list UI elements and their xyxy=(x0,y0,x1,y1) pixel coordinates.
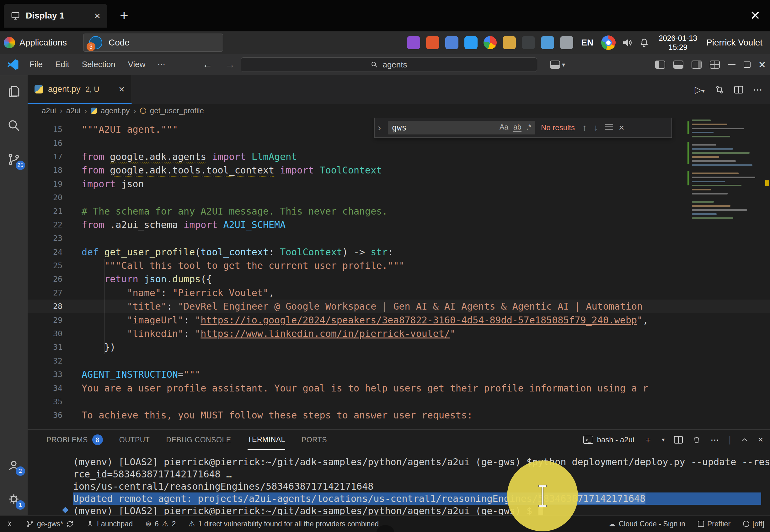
previous-match-icon[interactable]: ↑ xyxy=(582,123,587,133)
regex-toggle[interactable]: .* xyxy=(527,123,531,132)
run-dropdown-icon[interactable]: ▾ xyxy=(702,88,705,94)
terminal-session-label[interactable]: bash - a2ui xyxy=(597,435,634,444)
tag-app-icon[interactable] xyxy=(560,36,573,49)
overview-ruler[interactable] xyxy=(764,118,770,429)
menu-view[interactable]: View xyxy=(128,60,146,69)
volume-icon[interactable] xyxy=(622,37,633,48)
minimap[interactable] xyxy=(687,118,763,223)
toggle-secondary-sidebar-icon[interactable] xyxy=(692,61,702,69)
breadcrumb-a2ui-2[interactable]: a2ui xyxy=(66,106,80,115)
code-line[interactable]: 26 return json.dumps({ xyxy=(28,272,770,286)
code-line[interactable]: 35 xyxy=(28,395,770,408)
code-line[interactable]: 22from .a2ui_schema import A2UI_SCHEMA xyxy=(28,218,770,231)
customize-layout-icon[interactable] xyxy=(710,61,720,69)
command-center-search[interactable]: agents xyxy=(241,57,537,72)
layout-control[interactable]: ▾ xyxy=(550,61,565,69)
terminal-line[interactable]: rce_id=5834638717142171648 … xyxy=(73,468,761,480)
run-python-button[interactable]: ▷▾ xyxy=(695,84,705,95)
close-tab-icon[interactable]: × xyxy=(119,83,125,95)
terminal-line[interactable]: ions/us-central1/reasoningEngines/583463… xyxy=(73,480,761,492)
menu-selection[interactable]: Selection xyxy=(82,60,115,69)
code-line[interactable]: 36To achieve this, you MUST follow these… xyxy=(28,408,770,422)
new-terminal-icon[interactable]: ＋ xyxy=(644,434,652,446)
code-line[interactable]: 18from google.adk.tools.tool_context imp… xyxy=(28,163,770,177)
forward-arrow-icon[interactable]: → xyxy=(225,59,235,70)
tab-output[interactable]: OUTPUT xyxy=(119,430,150,450)
menu-edit[interactable]: Edit xyxy=(55,60,69,69)
more-actions-icon[interactable]: ⋯ xyxy=(753,84,762,95)
display-app-icon[interactable] xyxy=(541,36,554,49)
code-line[interactable]: 27 "name": "Pierrick Voulet", xyxy=(28,286,770,300)
close-icon[interactable]: × xyxy=(759,59,766,71)
match-case-toggle[interactable]: Aa xyxy=(500,123,508,132)
user-name[interactable]: Pierrick Voulet xyxy=(706,38,762,48)
clock[interactable]: 2026-01-13 15:29 xyxy=(659,34,697,52)
open-changes-icon[interactable] xyxy=(715,85,724,94)
explorer-icon[interactable] xyxy=(4,82,24,102)
code-line[interactable]: 34You are a user profile assistant. Your… xyxy=(28,381,770,395)
breadcrumb-symbol[interactable]: get_user_profile xyxy=(150,106,204,115)
restore-icon[interactable] xyxy=(744,61,751,68)
close-tab-icon[interactable]: × xyxy=(94,10,100,22)
code-line[interactable]: 23 xyxy=(28,231,770,245)
terminal-lines[interactable]: (myenv) [LOAS2] pierrick@pierrick:~/git/… xyxy=(73,456,761,517)
kill-terminal-icon[interactable] xyxy=(692,435,701,444)
breadcrumb-a2ui[interactable]: a2ui xyxy=(42,106,56,115)
code-line[interactable]: 16 xyxy=(28,136,770,150)
search-sidebar-icon[interactable] xyxy=(4,115,24,136)
taskbar-window-button[interactable]: 3 Code xyxy=(83,34,223,52)
find-in-selection-icon[interactable] xyxy=(605,124,613,130)
close-find-icon[interactable]: × xyxy=(619,122,624,133)
accounts-icon[interactable]: 2 xyxy=(4,455,24,475)
menu-file[interactable]: File xyxy=(29,60,43,69)
maximize-panel-icon[interactable] xyxy=(741,436,749,444)
code-line[interactable]: 24def get_user_profile(tool_context: Too… xyxy=(28,245,770,259)
code-line[interactable]: 30 "linkedin": "https://www.linkedin.com… xyxy=(28,327,770,340)
purple-app-icon[interactable] xyxy=(407,36,420,49)
keyboard-layout[interactable]: EN xyxy=(581,38,593,48)
display-tab[interactable]: Display 1 × xyxy=(4,4,107,28)
breadcrumb-file[interactable]: agent.py xyxy=(101,106,130,115)
chrome-tray-icon[interactable] xyxy=(601,35,616,50)
chrome-icon[interactable] xyxy=(484,36,497,49)
code-line[interactable]: 29 "imageUrl": "https://io.google/2024/s… xyxy=(28,313,770,327)
terminal-line[interactable]: Updated remote agent: projects/a2ui-agen… xyxy=(73,492,761,505)
tab-agent-py[interactable]: agent.py 2, U × xyxy=(28,75,132,104)
code-line[interactable]: 20 xyxy=(28,191,770,204)
remote-indicator[interactable] xyxy=(6,520,14,528)
tab-problems[interactable]: PROBLEMS 8 xyxy=(46,430,103,450)
split-terminal-icon[interactable] xyxy=(674,436,683,444)
launchpad-status[interactable]: Launchpad xyxy=(86,520,133,528)
toggle-panel-icon[interactable] xyxy=(673,61,683,69)
command-decoration-icon[interactable] xyxy=(62,507,68,513)
code-line[interactable]: 17from google.adk.agents import LlmAgent xyxy=(28,150,770,163)
bluedoc-app-icon[interactable] xyxy=(445,36,458,49)
settings-gear-icon[interactable]: 1 xyxy=(4,489,24,509)
files-icon[interactable] xyxy=(503,36,516,49)
tab-terminal[interactable]: TERMINAL xyxy=(248,430,285,450)
prettier-status[interactable]: Prettier xyxy=(698,520,730,528)
vulnerability-status[interactable]: ⚠ 1 direct vulnerability found for all t… xyxy=(188,519,379,528)
vscode-icon[interactable] xyxy=(464,36,478,49)
code-line[interactable]: 21# The schema for any A2UI message. Thi… xyxy=(28,204,770,218)
cloud-code-status[interactable]: ☁ Cloud Code - Sign in xyxy=(608,520,685,528)
find-input[interactable]: gws Aa ab .* xyxy=(388,121,535,135)
code-line[interactable]: 25 """Call this tool to get the current … xyxy=(28,259,770,272)
code-line[interactable]: 32 xyxy=(28,354,770,368)
source-control-icon[interactable]: 25 xyxy=(4,149,24,169)
new-tab-button[interactable]: + xyxy=(120,7,128,24)
next-match-icon[interactable]: ↓ xyxy=(594,123,598,133)
tab-ports[interactable]: PORTS xyxy=(302,430,327,450)
tab-debug-console[interactable]: DEBUG CONSOLE xyxy=(166,430,231,450)
close-window-icon[interactable]: × xyxy=(751,6,760,24)
toggle-replace-chevron-icon[interactable]: › xyxy=(377,122,382,133)
minimize-icon[interactable] xyxy=(728,64,735,65)
code-editor[interactable]: 15"""A2UI agent."""1617from google.adk.a… xyxy=(28,118,770,429)
code-line[interactable]: 31 }) xyxy=(28,340,770,354)
notifications-bell-icon[interactable] xyxy=(639,37,650,48)
terminal-dropdown-icon[interactable]: ▾ xyxy=(662,436,665,443)
orange-app-icon[interactable] xyxy=(426,36,439,49)
code-line[interactable]: 33AGENT_INSTRUCTION=""" xyxy=(28,368,770,381)
problems-status[interactable]: ⊗ 6 ⚠ 2 xyxy=(145,519,176,528)
toggle-primary-sidebar-icon[interactable] xyxy=(655,61,665,69)
